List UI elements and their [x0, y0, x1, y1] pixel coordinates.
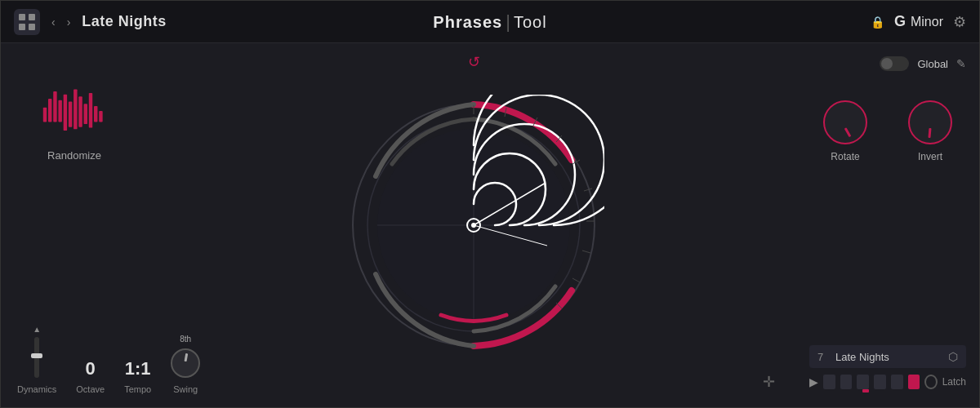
svg-rect-6 [48, 99, 51, 122]
dynamics-up-arrow: ▲ [33, 325, 41, 334]
svg-rect-14 [89, 93, 92, 128]
key-note: G [894, 13, 906, 30]
svg-rect-1 [19, 14, 25, 20]
app-logo[interactable] [14, 9, 40, 35]
nav-back-button[interactable]: ‹ [48, 14, 59, 30]
svg-rect-2 [29, 14, 35, 20]
preset-row: 7 Late Nights ⬡ [809, 345, 966, 368]
invert-label: Invert [918, 151, 942, 162]
header-left: ‹ › Late Nights [14, 9, 167, 35]
global-label: Global [917, 58, 948, 70]
svg-rect-9 [64, 95, 67, 131]
preset-icon: ⬡ [948, 350, 958, 363]
right-panel: Global ✎ Rotate Invert [800, 43, 979, 407]
svg-rect-7 [53, 91, 56, 122]
svg-line-34 [572, 278, 580, 282]
bottom-controls: ▲ Dynamics 0 Octave 1:1 Tempo [9, 325, 140, 394]
seq-step-2[interactable] [840, 375, 853, 389]
reset-button[interactable]: ↺ [468, 53, 480, 71]
invert-knob-indicator [928, 128, 931, 138]
latch-button[interactable]: Latch [942, 376, 966, 388]
svg-line-31 [584, 188, 592, 191]
svg-rect-16 [99, 111, 102, 122]
randomize-label: Randomize [47, 149, 101, 162]
rotate-knob-item: Rotate [823, 100, 867, 162]
svg-rect-5 [43, 108, 47, 122]
invert-knob-item: Invert [908, 100, 952, 162]
bottom-right: 7 Late Nights ⬡ ▶ Latch [809, 345, 966, 394]
tempo-value: 1:1 [125, 360, 151, 378]
svg-rect-3 [19, 24, 25, 30]
main-content: Randomize ▲ Dynamics 0 Octave [1, 43, 979, 407]
svg-rect-8 [58, 100, 61, 122]
app-name-tool: Tool [514, 13, 547, 32]
app-container: ‹ › Late Nights Phrases | Tool 🔒 G Minor… [0, 0, 980, 408]
key-scale: Minor [911, 15, 943, 29]
dynamics-slider[interactable] [34, 337, 39, 378]
seq-position-marker [862, 389, 869, 392]
global-toggle[interactable] [880, 56, 909, 71]
project-title: Late Nights [82, 13, 167, 30]
randomize-visual[interactable] [42, 84, 107, 141]
seq-step-6[interactable] [908, 375, 920, 389]
nav-forward-button[interactable]: › [64, 14, 74, 30]
octave-label: Octave [76, 384, 105, 394]
rotate-label: Rotate [831, 151, 859, 162]
seq-step-4[interactable] [874, 375, 886, 389]
randomize-section: Randomize [42, 84, 107, 162]
pipe-separator: | [506, 11, 510, 33]
seq-step-3[interactable] [857, 375, 869, 389]
svg-line-33 [582, 251, 590, 253]
seq-step-1[interactable] [823, 375, 835, 389]
octave-value: 0 [86, 360, 96, 378]
svg-rect-13 [84, 104, 87, 124]
sequencer-row: ▶ Latch [809, 375, 966, 389]
seq-step-5[interactable] [891, 375, 903, 389]
radial-visualizer [343, 95, 604, 356]
dynamics-thumb [31, 353, 42, 358]
svg-rect-0 [14, 9, 40, 35]
octave-control: 0 Octave [76, 360, 105, 394]
move-icon: ✛ [763, 373, 775, 391]
rotate-knob-indicator [844, 127, 852, 137]
key-display: G Minor [894, 13, 943, 30]
center-panel: ↺ [148, 43, 800, 407]
rotate-knob[interactable] [823, 100, 867, 144]
knobs-row: Rotate Invert [809, 100, 966, 162]
lock-icon: 🔒 [871, 16, 884, 29]
left-panel: Randomize ▲ Dynamics 0 Octave [1, 43, 148, 407]
toggle-knob [881, 58, 893, 69]
app-name-phrases: Phrases [433, 13, 502, 32]
header-right: 🔒 G Minor ⚙ [871, 13, 966, 31]
dynamics-control: ▲ Dynamics [17, 325, 56, 394]
nav-buttons: ‹ › [48, 14, 74, 30]
global-row: Global ✎ [809, 56, 966, 71]
play-button[interactable]: ▶ [809, 375, 818, 388]
settings-button[interactable]: ⚙ [953, 13, 966, 31]
edit-button[interactable]: ✎ [956, 57, 966, 70]
seq-circle-indicator [924, 375, 937, 389]
header: ‹ › Late Nights Phrases | Tool 🔒 G Minor… [1, 1, 979, 43]
svg-rect-12 [78, 96, 82, 126]
invert-knob[interactable] [908, 100, 952, 144]
svg-rect-4 [29, 24, 35, 30]
app-title-center: Phrases | Tool [433, 11, 546, 33]
svg-rect-10 [69, 102, 72, 127]
svg-rect-15 [94, 106, 97, 122]
preset-name: Late Nights [835, 351, 942, 363]
preset-number: 7 [817, 351, 829, 363]
svg-rect-11 [74, 89, 77, 129]
dynamics-label: Dynamics [17, 384, 56, 394]
